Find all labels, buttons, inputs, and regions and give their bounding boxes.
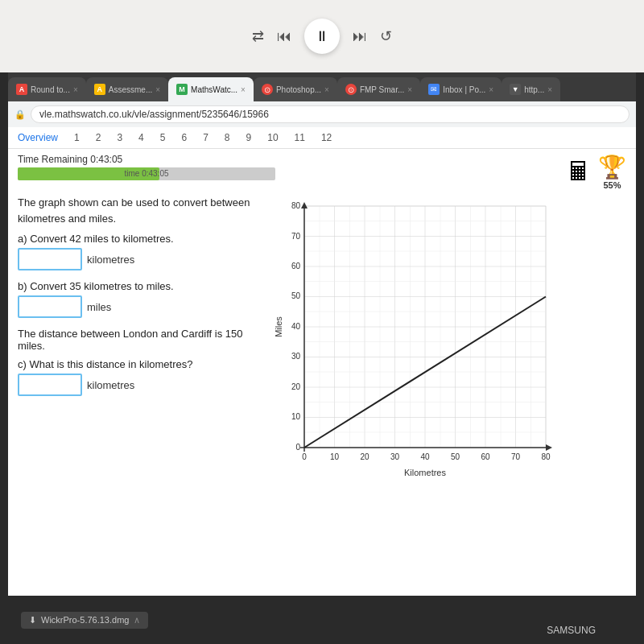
- timer-right: 🖩 🏆 55%: [566, 154, 626, 190]
- timer-section: Time Remaining 0:43:05 time 0:43:05 🖩 🏆 …: [8, 149, 636, 195]
- shuffle-button[interactable]: ⇄: [252, 27, 264, 45]
- address-bar[interactable]: vle.mathswatch.co.uk/vle/assignment/5235…: [31, 105, 630, 123]
- tab-bar: A Round to... × A Assessme... × M MathsW…: [8, 72, 636, 101]
- part-a-input[interactable]: [18, 248, 82, 270]
- part-c-unit: kilometres: [87, 379, 134, 391]
- device-frame: ⇄ ⏮ ⏸ ⏭ ↺ A Round to... × A Assessme... …: [0, 0, 644, 644]
- tab-http[interactable]: ▼ http... ×: [502, 77, 560, 101]
- download-item[interactable]: ⬇ WickrPro-5.76.13.dmg ∧: [21, 612, 148, 629]
- nav-num-8[interactable]: 8: [225, 132, 230, 143]
- svg-marker-38: [546, 444, 552, 451]
- nav-num-6[interactable]: 6: [181, 132, 187, 143]
- svg-text:50: 50: [451, 452, 460, 461]
- top-bezel: ⇄ ⏮ ⏸ ⏭ ↺: [0, 0, 644, 72]
- svg-marker-37: [301, 202, 308, 208]
- browser-screen: A Round to... × A Assessme... × M MathsW…: [8, 72, 636, 596]
- svg-text:40: 40: [291, 322, 301, 331]
- prev-button[interactable]: ⏮: [277, 28, 291, 45]
- part-a-label: a) Convert 42 miles to kilometres.: [18, 233, 269, 245]
- part-a-answer-row: kilometres: [18, 248, 269, 270]
- svg-text:70: 70: [291, 232, 301, 241]
- tab-assessment[interactable]: A Assessme... ×: [86, 77, 168, 101]
- nav-num-7[interactable]: 7: [203, 132, 208, 143]
- progress-bar-label: time 0:43:05: [124, 167, 168, 180]
- next-button[interactable]: ⏭: [353, 28, 367, 45]
- svg-text:10: 10: [291, 412, 301, 421]
- progress-bar-container: time 0:43:05: [18, 167, 275, 180]
- svg-text:10: 10: [330, 452, 340, 461]
- svg-text:60: 60: [291, 262, 301, 270]
- timer-left: Time Remaining 0:43:05 time 0:43:05: [18, 154, 566, 180]
- svg-text:80: 80: [291, 201, 301, 210]
- question-left: The graph shown can be used to convert b…: [14, 195, 272, 504]
- nav-num-10[interactable]: 10: [267, 132, 278, 143]
- lock-icon: 🔒: [14, 109, 26, 120]
- part-b-label: b) Convert 35 kilometres to miles.: [18, 280, 269, 292]
- svg-text:0: 0: [295, 443, 300, 452]
- svg-text:20: 20: [291, 382, 301, 391]
- nav-num-4[interactable]: 4: [138, 132, 144, 143]
- svg-text:Kilometres: Kilometres: [404, 468, 446, 477]
- nav-num-11[interactable]: 11: [295, 132, 305, 143]
- tab-inbox[interactable]: ✉ Inbox | Po... ×: [420, 77, 502, 101]
- play-pause-button[interactable]: ⏸: [304, 19, 340, 54]
- svg-text:30: 30: [291, 352, 301, 361]
- nav-num-9[interactable]: 9: [246, 132, 252, 143]
- svg-text:80: 80: [541, 452, 551, 461]
- nav-num-5[interactable]: 5: [160, 132, 166, 143]
- overview-nav: Overview 1 2 3 4 5 6 7 8 9 10 11 12: [8, 127, 636, 149]
- tab-photoshop[interactable]: ⊙ Photoshop... ×: [254, 77, 337, 101]
- part-b-input[interactable]: [18, 295, 82, 318]
- browser-chrome: A Round to... × A Assessme... × M MathsW…: [8, 72, 636, 127]
- time-remaining-label: Time Remaining 0:43:05: [18, 154, 566, 165]
- nav-num-2[interactable]: 2: [96, 132, 101, 143]
- url-text: vle.mathswatch.co.uk/vle/assignment/5235…: [39, 109, 269, 120]
- svg-text:60: 60: [481, 452, 490, 461]
- graph-container: 80 70 60 50 40 30 20 10 0 0 10 20 30: [272, 195, 630, 504]
- nav-num-1[interactable]: 1: [74, 132, 80, 143]
- svg-text:20: 20: [360, 452, 369, 461]
- percent-badge: 55%: [603, 180, 621, 190]
- part-c-label: c) What is this distance in kilometres?: [18, 358, 269, 370]
- download-label: WickrPro-5.76.13.dmg: [41, 615, 129, 625]
- address-bar-row: 🔒 vle.mathswatch.co.uk/vle/assignment/52…: [8, 101, 636, 127]
- part-c-input[interactable]: [18, 374, 82, 396]
- part-b-unit: miles: [87, 301, 111, 313]
- tab-fmp[interactable]: ⊙ FMP Smar... ×: [337, 77, 420, 101]
- calculator-icon: 🖩: [566, 157, 592, 187]
- part-c-intro: The distance between London and Cardiff …: [18, 328, 269, 352]
- svg-text:50: 50: [291, 291, 301, 300]
- tab-mathswatch[interactable]: M MathsWatc... ×: [168, 77, 254, 101]
- download-icon: ⬇: [29, 615, 36, 625]
- page-content: Overview 1 2 3 4 5 6 7 8 9 10 11 12 Time…: [8, 127, 636, 504]
- svg-text:70: 70: [511, 452, 521, 461]
- svg-text:0: 0: [302, 452, 307, 461]
- svg-text:40: 40: [420, 452, 430, 461]
- svg-text:30: 30: [390, 452, 400, 461]
- part-c-answer-row: kilometres: [18, 374, 269, 396]
- nav-num-3[interactable]: 3: [117, 132, 122, 143]
- download-chevron: ∧: [134, 615, 140, 625]
- question-area: The graph shown can be used to convert b…: [8, 195, 636, 504]
- conversion-graph: 80 70 60 50 40 30 20 10 0 0 10 20 30: [272, 198, 562, 504]
- part-b-answer-row: miles: [18, 295, 269, 318]
- bottom-bar: ⬇ WickrPro-5.76.13.dmg ∧ SAMSUNG: [8, 596, 636, 644]
- tab-round-to[interactable]: A Round to... ×: [8, 77, 86, 101]
- trophy-icon: 🏆: [598, 154, 626, 180]
- overview-link[interactable]: Overview: [18, 132, 58, 143]
- question-intro: The graph shown can be used to convert b…: [18, 195, 269, 226]
- brand-label: SAMSUNG: [547, 625, 596, 636]
- nav-num-12[interactable]: 12: [321, 132, 332, 143]
- svg-text:Miles: Miles: [274, 316, 283, 337]
- repeat-button[interactable]: ↺: [380, 27, 392, 45]
- part-a-unit: kilometres: [87, 254, 134, 266]
